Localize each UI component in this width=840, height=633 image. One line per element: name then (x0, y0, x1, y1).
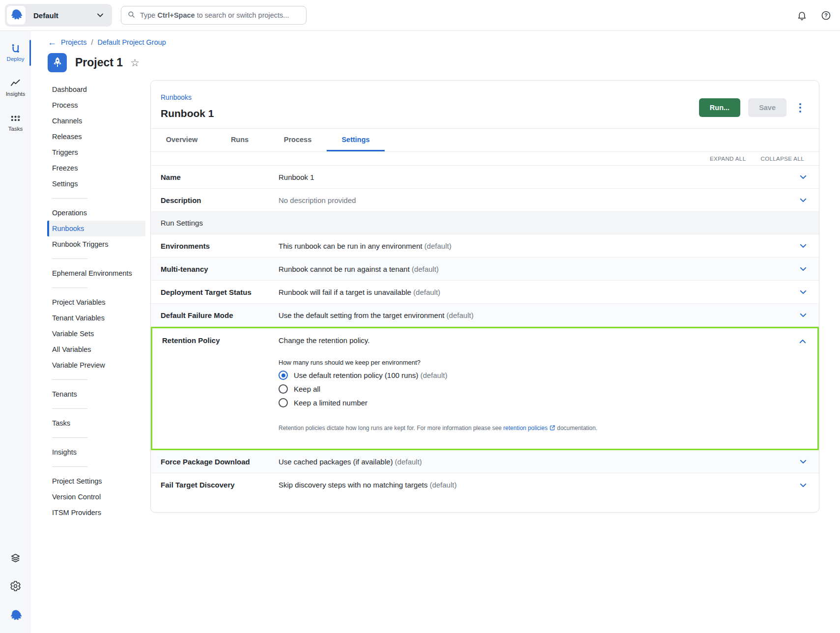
nav-item-project-variables[interactable]: Project Variables (31, 294, 150, 310)
chevron-down-icon[interactable] (787, 481, 819, 489)
icon-rail: Deploy Insights Tasks (0, 31, 31, 633)
nav-item-dashboard[interactable]: Dashboard (31, 82, 150, 97)
chevron-down-icon[interactable] (787, 196, 819, 204)
nav-item-variable-preview[interactable]: Variable Preview (31, 357, 150, 373)
setting-row-fail-target-discovery[interactable]: Fail Target Discovery Skip discovery ste… (151, 473, 819, 496)
radio-option-keep-all[interactable]: Keep all (279, 384, 787, 394)
nav-item-operations[interactable]: Operations (31, 205, 150, 221)
notifications-bell-icon[interactable] (797, 10, 807, 21)
nav-item-process[interactable]: Process (31, 97, 150, 113)
octopus-logo-icon[interactable] (9, 608, 22, 623)
nav-item-settings[interactable]: Settings (31, 176, 150, 192)
search-input[interactable]: Type Ctrl+Space to search or switch proj… (121, 6, 307, 25)
nav-item-all-variables[interactable]: All Variables (31, 342, 150, 357)
nav-item-tenant-variables[interactable]: Tenant Variables (31, 310, 150, 326)
radio-selected-icon[interactable] (279, 371, 288, 380)
nav-item-variable-sets[interactable]: Variable Sets (31, 326, 150, 342)
setting-value: Runbook will fail if a target is unavail… (279, 288, 411, 296)
tab-overview[interactable]: Overview (153, 129, 211, 151)
nav-item-itsm-providers[interactable]: ITSM Providers (31, 505, 150, 520)
setting-row-force-package-download[interactable]: Force Package Download Use cached packag… (151, 450, 819, 473)
space-switcher[interactable]: Default (5, 4, 112, 27)
tab-runs[interactable]: Runs (211, 129, 269, 151)
tab-bar: Overview Runs Process Settings (151, 128, 819, 152)
run-button[interactable]: Run... (699, 98, 740, 117)
search-placeholder-pre: Type (140, 11, 157, 19)
retention-policies-link[interactable]: retention policies (504, 425, 548, 432)
collapse-all-button[interactable]: COLLAPSE ALL (760, 156, 804, 162)
setting-row-deployment-target-status[interactable]: Deployment Target Status Runbook will fa… (151, 281, 819, 304)
nav-item-releases[interactable]: Releases (31, 129, 150, 144)
breadcrumb-projects-link[interactable]: Projects (61, 38, 86, 46)
rail-item-insights[interactable]: Insights (0, 74, 31, 102)
nav-item-triggers[interactable]: Triggers (31, 144, 150, 160)
setting-default-tag: (default) (412, 265, 439, 273)
setting-row-environments[interactable]: Environments This runbook can be run in … (151, 234, 819, 258)
nav-item-version-control[interactable]: Version Control (31, 489, 150, 505)
nav-item-project-settings[interactable]: Project Settings (31, 473, 150, 489)
radio-option-keep-limited[interactable]: Keep a limited number (279, 398, 787, 407)
radio-option-default-retention[interactable]: Use default retention policy (100 runs) … (279, 371, 787, 380)
setting-value: Runbook cannot be run against a tenant (279, 265, 410, 273)
divider (52, 466, 87, 467)
setting-value: Use the default setting from the target … (279, 311, 445, 319)
retention-note-doc: documentation. (557, 425, 597, 432)
setting-label: Retention Policy (152, 335, 279, 345)
nav-item-tasks[interactable]: Tasks (31, 415, 150, 431)
setting-label: Environments (151, 242, 279, 250)
favorite-star-icon[interactable]: ☆ (130, 57, 140, 69)
nav-item-insights[interactable]: Insights (31, 444, 150, 460)
divider (52, 288, 87, 288)
radio-unselected-icon[interactable] (279, 398, 288, 407)
nav-item-tenants[interactable]: Tenants (31, 386, 150, 402)
chevron-down-icon[interactable] (787, 457, 819, 466)
save-button[interactable]: Save (748, 98, 786, 117)
expand-all-button[interactable]: EXPAND ALL (710, 156, 746, 162)
tab-process[interactable]: Process (269, 129, 327, 151)
retention-note: Retention policies dictate how long runs… (279, 424, 603, 434)
chevron-up-icon[interactable] (787, 335, 817, 346)
chevron-down-icon[interactable] (787, 173, 819, 181)
nav-item-freezes[interactable]: Freezes (31, 160, 150, 176)
setting-row-multi-tenancy[interactable]: Multi-tenancy Runbook cannot be run agai… (151, 258, 819, 281)
radio-default-tag: (default) (420, 371, 448, 379)
chevron-down-icon[interactable] (787, 264, 819, 273)
setting-default-tag: (default) (430, 481, 457, 489)
layers-icon[interactable] (10, 552, 21, 566)
setting-value: Runbook 1 (279, 173, 314, 181)
overflow-menu-icon[interactable] (794, 100, 806, 115)
tab-settings[interactable]: Settings (327, 129, 385, 151)
nav-item-runbooks[interactable]: Runbooks (47, 221, 145, 236)
setting-row-retention-policy[interactable]: Retention Policy Change the retention po… (151, 327, 819, 450)
setting-default-tag: (default) (424, 242, 451, 250)
search-placeholder-shortcut: Ctrl+Space (157, 11, 195, 19)
breadcrumb-group-link[interactable]: Default Project Group (97, 38, 166, 46)
back-arrow-icon[interactable]: ← (48, 38, 56, 47)
setting-row-name[interactable]: Name Runbook 1 (151, 166, 819, 189)
setting-label: Multi-tenancy (151, 265, 279, 273)
help-icon[interactable]: ? (821, 10, 831, 21)
chevron-down-icon[interactable] (787, 288, 819, 296)
nav-item-runbook-triggers[interactable]: Runbook Triggers (31, 236, 150, 252)
nav-item-ephemeral-environments[interactable]: Ephemeral Environments (31, 265, 150, 281)
runbooks-breadcrumb-link[interactable]: Runbooks (161, 93, 192, 101)
setting-default-tag: (default) (447, 311, 474, 319)
gear-icon[interactable] (10, 580, 21, 594)
chevron-down-icon (95, 10, 105, 20)
project-nav: Dashboard Process Channels Releases Trig… (31, 80, 150, 633)
space-name: Default (33, 11, 58, 20)
chevron-down-icon[interactable] (787, 311, 819, 319)
setting-row-default-failure-mode[interactable]: Default Failure Mode Use the default set… (151, 304, 819, 327)
nav-item-channels[interactable]: Channels (31, 113, 150, 129)
setting-default-tag: (default) (413, 288, 440, 296)
radio-unselected-icon[interactable] (279, 384, 288, 394)
setting-row-description[interactable]: Description No description provided (151, 189, 819, 212)
insights-icon (0, 78, 31, 89)
rail-item-tasks[interactable]: Tasks (0, 109, 31, 137)
top-bar: Default Type Ctrl+Space to search or swi… (0, 0, 840, 31)
setting-default-tag: (default) (395, 458, 422, 466)
retention-note-text: Retention policies dictate how long runs… (279, 425, 504, 432)
chevron-down-icon[interactable] (787, 241, 819, 250)
setting-value: Change the retention policy. (279, 335, 787, 345)
rail-item-deploy[interactable]: Deploy (0, 39, 31, 67)
